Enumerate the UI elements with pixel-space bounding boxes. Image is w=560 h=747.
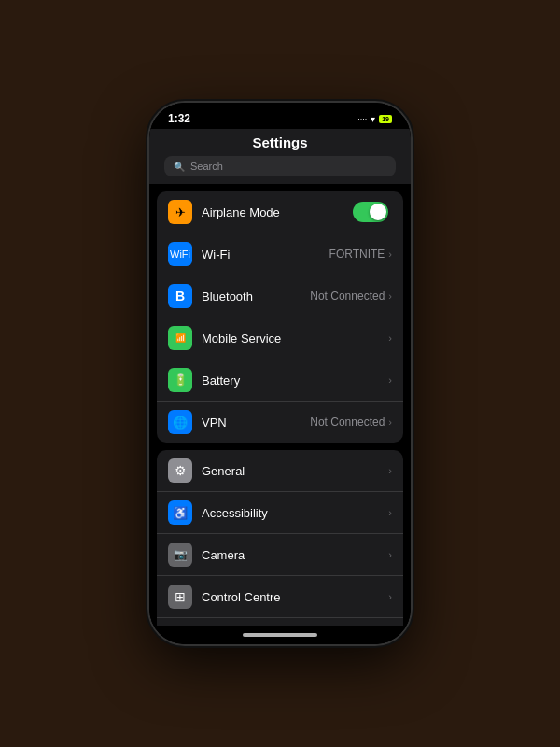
wifi-row[interactable]: WiFi Wi-Fi FORTNITE ›: [157, 233, 403, 275]
camera-label: Camera: [202, 548, 388, 562]
battery-badge: 19: [379, 115, 392, 123]
vpn-row[interactable]: 🌐 VPN Not Connected ›: [157, 402, 403, 443]
search-bar[interactable]: 🔍 Search: [164, 156, 396, 176]
bluetooth-value: Not Connected: [310, 289, 385, 303]
mobile-service-label: Mobile Service: [202, 331, 388, 345]
airplane-mode-toggle[interactable]: [353, 202, 388, 222]
bluetooth-icon: B: [168, 284, 192, 308]
general-chevron-icon: ›: [388, 465, 392, 476]
status-icons: ···· ▾ 19: [357, 114, 392, 124]
screen: 1:32 ···· ▾ 19 Settings 🔍 Search ✈ Airpl…: [149, 103, 411, 644]
control-centre-icon: ⊞: [168, 585, 192, 609]
page-header: Settings 🔍 Search: [149, 129, 411, 184]
airplane-mode-icon: ✈: [168, 200, 192, 224]
mobile-service-chevron-icon: ›: [388, 332, 392, 344]
display-brightness-row[interactable]: ☀ Display & Brightness ›: [157, 618, 403, 626]
camera-row[interactable]: 📷 Camera ›: [157, 534, 403, 576]
signal-dots-icon: ····: [357, 114, 367, 123]
wifi-chevron-icon: ›: [388, 248, 392, 260]
vpn-label: VPN: [202, 416, 310, 430]
phone-frame: 1:32 ···· ▾ 19 Settings 🔍 Search ✈ Airpl…: [149, 103, 411, 644]
accessibility-row[interactable]: ♿ Accessibility ›: [157, 492, 403, 534]
accessibility-label: Accessibility: [202, 506, 388, 520]
vpn-chevron-icon: ›: [388, 416, 392, 428]
battery-row[interactable]: 🔋 Battery ›: [157, 359, 403, 402]
general-label: General: [202, 464, 388, 478]
bluetooth-row[interactable]: B Bluetooth Not Connected ›: [157, 275, 403, 317]
camera-icon: 📷: [168, 543, 192, 567]
wifi-value: FORTNITE: [329, 247, 385, 261]
general-icon: ⚙: [168, 458, 192, 483]
control-centre-label: Control Centre: [202, 590, 388, 604]
wifi-label: Wi-Fi: [202, 247, 329, 261]
mobile-service-icon: 📶: [168, 326, 192, 350]
page-title: Settings: [164, 134, 396, 150]
bluetooth-chevron-icon: ›: [388, 290, 392, 302]
accessibility-chevron-icon: ›: [388, 507, 392, 518]
battery-chevron-icon: ›: [388, 374, 392, 386]
control-centre-chevron-icon: ›: [388, 591, 392, 602]
general-section: ⚙ General › ♿ Accessibility › 📷 Camera ›…: [157, 450, 403, 626]
settings-content[interactable]: ✈ Airplane Mode WiFi Wi-Fi FORTNITE › B …: [149, 184, 411, 626]
toggle-knob: [370, 204, 386, 220]
notch: [224, 103, 336, 127]
vpn-value: Not Connected: [310, 416, 385, 429]
vpn-icon: 🌐: [168, 410, 192, 434]
airplane-mode-row[interactable]: ✈ Airplane Mode: [157, 191, 403, 233]
network-section: ✈ Airplane Mode WiFi Wi-Fi FORTNITE › B …: [157, 191, 403, 443]
status-time: 1:32: [168, 112, 190, 125]
search-bar-placeholder: Search: [190, 161, 223, 172]
control-centre-row[interactable]: ⊞ Control Centre ›: [157, 576, 403, 618]
battery-icon: 🔋: [168, 368, 192, 392]
accessibility-icon: ♿: [168, 500, 192, 525]
airplane-mode-label: Airplane Mode: [202, 205, 353, 219]
camera-chevron-icon: ›: [388, 549, 392, 560]
wifi-icon: WiFi: [168, 242, 192, 266]
search-bar-icon: 🔍: [174, 162, 185, 172]
bluetooth-label: Bluetooth: [202, 289, 310, 303]
home-bar: [243, 633, 317, 637]
wifi-status-icon: ▾: [371, 114, 375, 124]
home-indicator: [149, 626, 411, 644]
general-row[interactable]: ⚙ General ›: [157, 450, 403, 492]
battery-label: Battery: [202, 374, 388, 388]
mobile-service-row[interactable]: 📶 Mobile Service ›: [157, 317, 403, 359]
